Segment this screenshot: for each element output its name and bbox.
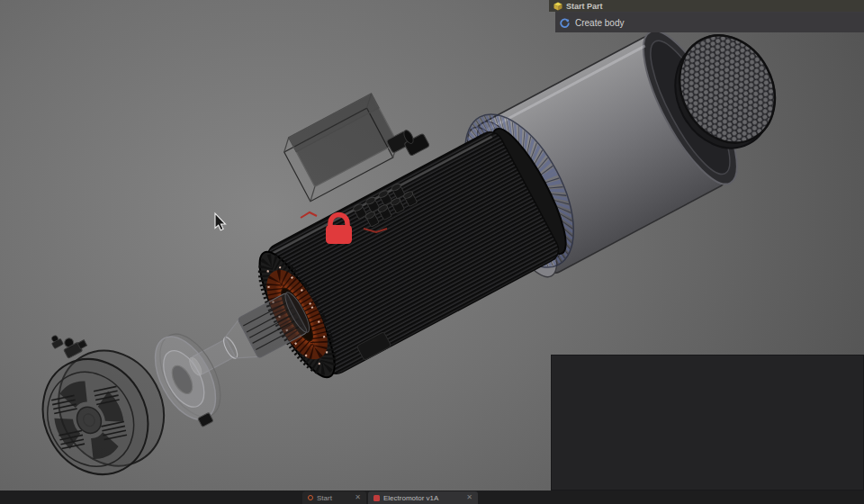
bottom-right-panel bbox=[551, 355, 864, 490]
document-icon bbox=[374, 495, 380, 501]
close-icon[interactable]: ✕ bbox=[355, 494, 361, 501]
cube-icon bbox=[554, 2, 562, 11]
tab-label: Start bbox=[317, 494, 332, 502]
history-item-label: Create body bbox=[575, 18, 624, 28]
history-item-label: Start Part bbox=[566, 2, 603, 11]
model-stator-body[interactable] bbox=[246, 119, 579, 387]
history-item-start-part[interactable]: Start Part bbox=[549, 0, 864, 12]
close-icon[interactable]: ✕ bbox=[466, 494, 472, 501]
tab-electromotor[interactable]: Electromotor v1A ✕ bbox=[368, 491, 478, 504]
tab-start[interactable]: Start ✕ bbox=[302, 491, 366, 504]
app-logo-icon bbox=[308, 495, 313, 500]
mouse-cursor bbox=[215, 213, 226, 230]
application-window: Start Part Create body Start ✕ Electromo… bbox=[0, 0, 864, 504]
model-clamp-bolts[interactable] bbox=[49, 332, 87, 358]
document-tab-bar: Start ✕ Electromotor v1A ✕ bbox=[0, 490, 864, 504]
feature-history-panel: Start Part Create body bbox=[549, 0, 864, 32]
body-icon bbox=[560, 18, 570, 28]
history-item-create-body[interactable]: Create body bbox=[555, 12, 864, 32]
tab-label: Electromotor v1A bbox=[383, 494, 438, 502]
